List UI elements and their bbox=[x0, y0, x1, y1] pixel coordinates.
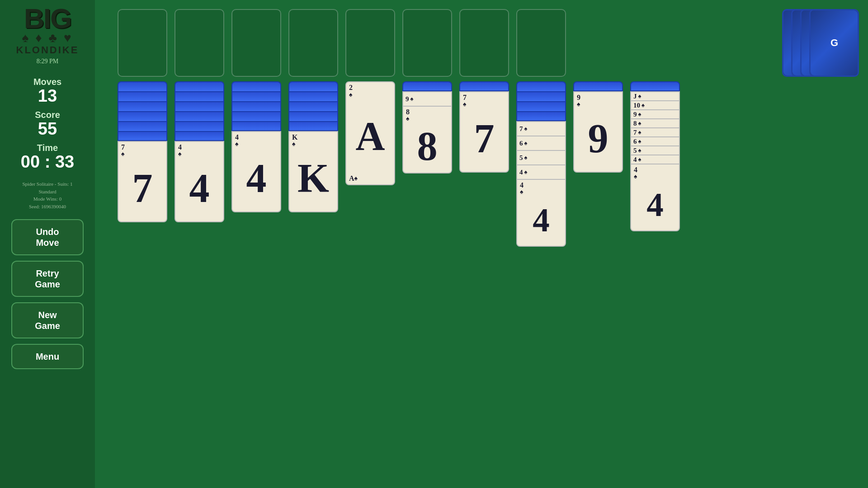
score-label: Score bbox=[0, 110, 95, 120]
card-col10-5[interactable]: 5 ♠ bbox=[630, 145, 680, 155]
face-down-stack-10 bbox=[630, 81, 680, 91]
tableau-col-9[interactable]: 9 ♠ 9 bbox=[573, 81, 623, 173]
score-value: 55 bbox=[0, 120, 95, 137]
face-down-stack-6 bbox=[402, 81, 452, 91]
card-col9-top[interactable]: 9 ♠ 9 bbox=[573, 91, 623, 173]
tableau-col-10[interactable]: J ♠ 10 ♠ 9 ♠ 8 ♠ 7 ♠ 6 ♠ bbox=[630, 81, 680, 231]
face-down-stack-2 bbox=[175, 81, 224, 141]
card-col8-4top[interactable]: 4 ♠ bbox=[516, 164, 566, 179]
logo-klondike: KLONDIKE bbox=[16, 44, 79, 56]
stock-card-4[interactable]: G bbox=[809, 9, 859, 77]
card-corner: 7 ♠ bbox=[121, 144, 164, 157]
card-col3-top[interactable]: 4 ♠ 4 bbox=[231, 131, 281, 212]
card-col6-8[interactable]: 8 ♠ 8 bbox=[402, 106, 452, 174]
game-info-line2: Standard bbox=[22, 188, 72, 196]
tableau-col-1[interactable]: 7 ♠ 7 bbox=[118, 81, 167, 222]
card-corner: 4 ♠ bbox=[235, 134, 278, 147]
logo-area: BIG ♠ ♦ ♣ ♥ KLONDIKE 8:29 PM bbox=[16, 5, 79, 72]
tableau-col-4[interactable]: K ♠ K bbox=[288, 81, 338, 212]
game-info-line3: Mode Wins: 0 bbox=[22, 195, 72, 203]
time-value: 00 : 33 bbox=[0, 153, 95, 170]
card-col1-top[interactable]: 7 ♠ 7 bbox=[118, 141, 167, 222]
tableau-col-8[interactable]: 7 ♠ 6 ♠ 5 ♠ 4 ♠ 4 ♠ 4 bbox=[516, 81, 566, 247]
clock-display: 8:29 PM bbox=[37, 58, 59, 65]
card-col10-J[interactable]: J ♠ bbox=[630, 91, 680, 100]
moves-value: 13 bbox=[0, 87, 95, 104]
card-corner: K ♠ bbox=[292, 134, 335, 147]
card-col10-4top[interactable]: 4 ♠ bbox=[630, 155, 680, 164]
card-col2-top[interactable]: 4 ♠ 4 bbox=[175, 141, 224, 222]
stock-logo-4: G bbox=[830, 37, 838, 49]
face-down-stack-8 bbox=[516, 81, 566, 121]
foundation-slot-6[interactable] bbox=[402, 9, 452, 77]
undo-move-button[interactable]: UndoMove bbox=[11, 219, 84, 255]
new-game-button[interactable]: NewGame bbox=[11, 302, 84, 338]
card-corner-top: 2 ♠ bbox=[349, 84, 353, 99]
card-col8-4[interactable]: 4 ♠ 4 bbox=[516, 179, 566, 247]
game-area: BIG ♠ ♦ ♣ ♥ KLONDIKE G G G bbox=[95, 0, 868, 488]
stock-pile[interactable]: BIG ♠ ♦ ♣ ♥ KLONDIKE G G G bbox=[782, 9, 859, 77]
card-col10-7[interactable]: 7 ♠ bbox=[630, 127, 680, 136]
card-col8-6[interactable]: 6 ♠ bbox=[516, 136, 566, 150]
face-down-stack-9 bbox=[573, 81, 623, 91]
card-col10-10[interactable]: 10 ♠ bbox=[630, 100, 680, 109]
time-stat: Time 00 : 33 bbox=[0, 143, 95, 170]
foundation-slot-5[interactable] bbox=[345, 9, 395, 77]
card-col8-7[interactable]: 7 ♠ bbox=[516, 121, 566, 136]
menu-button[interactable]: Menu bbox=[11, 344, 84, 369]
time-label: Time bbox=[0, 143, 95, 153]
card-col8-5[interactable]: 5 ♠ bbox=[516, 150, 566, 164]
foundation-slot-4[interactable] bbox=[288, 9, 338, 77]
sidebar: BIG ♠ ♦ ♣ ♥ KLONDIKE 8:29 PM Moves 13 Sc… bbox=[0, 0, 95, 488]
score-stat: Score 55 bbox=[0, 110, 95, 137]
moves-label: Moves bbox=[0, 77, 95, 87]
card-col7-top[interactable]: 7 ♠ 7 bbox=[459, 91, 509, 173]
foundation-row bbox=[118, 9, 566, 77]
card-big-rank: A bbox=[356, 116, 385, 157]
card-col5[interactable]: 2 ♠ A A ♠ bbox=[345, 81, 395, 185]
card-big-rank: 7 bbox=[121, 157, 164, 220]
card-col10-9[interactable]: 9 ♠ bbox=[630, 109, 680, 118]
card-big-rank: 4 bbox=[235, 147, 278, 210]
foundation-slot-2[interactable] bbox=[175, 9, 224, 77]
tableau: 7 ♠ 7 4 ♠ 4 bbox=[118, 81, 680, 247]
logo-big: BIG bbox=[24, 5, 71, 33]
tableau-col-2[interactable]: 4 ♠ 4 bbox=[175, 81, 224, 222]
tableau-col-7[interactable]: 7 ♠ 7 bbox=[459, 81, 509, 173]
face-down-stack-1 bbox=[118, 81, 167, 141]
card-center: A bbox=[349, 99, 392, 174]
face-down-stack-3 bbox=[231, 81, 281, 131]
foundation-slot-7[interactable] bbox=[459, 9, 509, 77]
tableau-col-6[interactable]: 9 ♠ 8 ♠ 8 bbox=[402, 81, 452, 174]
card-col10-8[interactable]: 8 ♠ bbox=[630, 118, 680, 127]
card-big-rank: K bbox=[292, 147, 335, 210]
retry-game-button[interactable]: RetryGame bbox=[11, 261, 84, 297]
game-info: Spider Solitaire - Suits: 1 Standard Mod… bbox=[22, 180, 72, 210]
tableau-col-3[interactable]: 4 ♠ 4 bbox=[231, 81, 281, 212]
face-down-stack-7 bbox=[459, 81, 509, 91]
card-col4-top[interactable]: K ♠ K bbox=[288, 131, 338, 212]
foundation-slot-3[interactable] bbox=[231, 9, 281, 77]
card-big-rank: 4 bbox=[178, 157, 221, 220]
card-col6-9[interactable]: 9 ♠ bbox=[402, 91, 452, 106]
card-corner: 4 ♠ bbox=[178, 144, 221, 157]
foundation-slot-8[interactable] bbox=[516, 9, 566, 77]
game-info-line4: Seed: 1696390040 bbox=[22, 203, 72, 211]
moves-stat: Moves 13 bbox=[0, 77, 95, 104]
foundation-slot-1[interactable] bbox=[118, 9, 167, 77]
face-down-stack-4 bbox=[288, 81, 338, 131]
logo-suits: ♠ ♦ ♣ ♥ bbox=[22, 31, 73, 45]
card-col10-6[interactable]: 6 ♠ bbox=[630, 136, 680, 145]
tableau-col-5[interactable]: 2 ♠ A A ♠ bbox=[345, 81, 395, 185]
card-col10-4[interactable]: 4 ♠ 4 bbox=[630, 164, 680, 231]
game-info-line1: Spider Solitaire - Suits: 1 bbox=[22, 180, 72, 188]
